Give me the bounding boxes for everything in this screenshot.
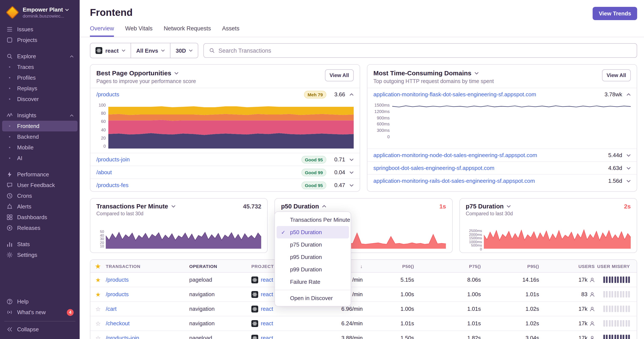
sidebar-item-profiles[interactable]: Profiles	[2, 72, 78, 83]
menu-item-p99[interactable]: p99 Duration	[277, 263, 349, 276]
menu-item-p75[interactable]: p75 Duration	[277, 238, 349, 251]
sidebar-item-issues[interactable]: Issues	[2, 24, 78, 35]
row-expand-chevron[interactable]	[350, 93, 354, 96]
sidebar-section-explore[interactable]: Explore	[2, 51, 78, 62]
domain-row[interactable]: application-monitoring-flask-dot-sales-e…	[368, 88, 637, 101]
domain-link[interactable]: springboot-dot-sales-engineering-sf.apps…	[374, 165, 494, 171]
page-link[interactable]: /products-fes	[96, 182, 128, 188]
env-selector[interactable]: All Envs	[131, 43, 171, 58]
p75-metric-selector[interactable]: p75 Duration	[466, 203, 511, 210]
page-row[interactable]: /products-fes Good 95 0.47	[90, 178, 360, 191]
page-link[interactable]: /about	[96, 169, 112, 175]
domain-time-line-chart[interactable]	[392, 103, 631, 139]
sidebar-item-performance[interactable]: Performance	[2, 169, 78, 180]
column-p95[interactable]: P95()	[481, 264, 539, 269]
project-link[interactable]: react	[261, 320, 273, 327]
project-link[interactable]: react	[261, 277, 273, 283]
sidebar-item-help[interactable]: Help	[2, 296, 78, 307]
domain-link[interactable]: application-monitoring-flask-dot-sales-e…	[374, 91, 536, 98]
table-row[interactable]: ★ /products pageload react /min 5.15s 8.…	[90, 273, 637, 287]
sidebar-item-mobile[interactable]: Mobile	[2, 142, 78, 153]
column-operation[interactable]: OPERATION	[189, 264, 251, 269]
domain-link[interactable]: application-monitoring-node-dot-sales-en…	[374, 152, 537, 158]
p75-area-chart[interactable]	[484, 229, 631, 249]
row-expand-chevron[interactable]	[350, 184, 354, 186]
menu-item-failure-rate[interactable]: Failure Rate	[277, 276, 349, 288]
domain-link[interactable]: application-monitoring-rails-dot-sales-e…	[374, 178, 535, 184]
sidebar-item-alerts[interactable]: Alerts	[2, 201, 78, 212]
star-toggle[interactable]: ☆	[95, 320, 100, 326]
transaction-link[interactable]: /checkout	[106, 320, 130, 327]
sidebar-item-ai[interactable]: AI	[2, 153, 78, 164]
domain-row[interactable]: application-monitoring-node-dot-sales-en…	[368, 149, 637, 161]
p50-metric-selector[interactable]: p50 Duration	[281, 203, 326, 210]
sidebar-item-frontend[interactable]: Frontend	[2, 121, 78, 131]
sidebar-item-settings[interactable]: Settings	[2, 250, 78, 260]
domains-view-all-button[interactable]: View All	[602, 69, 631, 81]
view-trends-button[interactable]: View Trends	[593, 7, 637, 20]
row-expand-chevron[interactable]	[626, 93, 631, 96]
table-row[interactable]: ☆ /cart navigation react 6.96/min 1.00s …	[90, 302, 637, 316]
table-row[interactable]: ☆ /products-join pageload react 3.88/min…	[90, 331, 637, 339]
menu-item-p95[interactable]: p95 Duration	[277, 251, 349, 263]
sidebar-item-discover[interactable]: Discover	[2, 94, 78, 104]
sidebar-item-traces[interactable]: Traces	[2, 62, 78, 72]
date-range-selector[interactable]: 30D	[171, 43, 198, 58]
transaction-link[interactable]: /products	[106, 277, 129, 283]
transaction-link[interactable]: /products-join	[106, 335, 139, 339]
column-users[interactable]: USERS	[539, 264, 595, 269]
domains-title-dropdown[interactable]: Most Time-Consuming Domains	[374, 69, 494, 77]
star-toggle[interactable]: ☆	[95, 335, 100, 339]
table-row[interactable]: ☆ /checkout navigation react 6.24/min 1.…	[90, 316, 637, 331]
tab-network-requests[interactable]: Network Requests	[164, 25, 211, 37]
domain-row[interactable]: springboot-dot-sales-engineering-sf.apps…	[368, 161, 637, 174]
row-expand-chevron[interactable]	[626, 154, 631, 156]
sidebar-item-projects[interactable]: Projects	[2, 35, 78, 45]
star-toggle[interactable]: ★	[95, 277, 100, 283]
star-toggle[interactable]: ☆	[95, 306, 100, 312]
sidebar-collapse-button[interactable]: Collapse	[2, 324, 78, 335]
domain-row[interactable]: application-monitoring-rails-dot-sales-e…	[368, 174, 637, 187]
sidebar-section-insights[interactable]: Insights	[2, 110, 78, 121]
sidebar-item-backend[interactable]: Backend	[2, 131, 78, 142]
column-p50[interactable]: P50()	[368, 264, 414, 269]
table-row[interactable]: ★ /products navigation react /min 1.00s …	[90, 287, 637, 302]
tab-web-vitals[interactable]: Web Vitals	[125, 25, 153, 37]
row-expand-chevron[interactable]	[626, 167, 631, 169]
project-link[interactable]: react	[261, 291, 273, 298]
star-toggle[interactable]: ★	[95, 291, 100, 297]
best-pages-view-all-button[interactable]: View All	[325, 69, 354, 81]
tpm-area-chart[interactable]	[106, 230, 262, 249]
sidebar-item-user-feedback[interactable]: User Feedback	[2, 180, 78, 190]
sidebar-item-stats[interactable]: Stats	[2, 239, 78, 250]
tab-assets[interactable]: Assets	[222, 25, 239, 37]
row-expand-chevron[interactable]	[626, 180, 631, 182]
sidebar-item-releases[interactable]: Releases	[2, 223, 78, 233]
transaction-link[interactable]: /products	[106, 291, 129, 298]
transaction-link[interactable]: /cart	[106, 306, 117, 312]
sidebar-item-crons[interactable]: Crons	[2, 190, 78, 201]
page-row[interactable]: /products-join Good 95 0.71	[90, 153, 360, 166]
page-link[interactable]: /products-join	[96, 156, 130, 163]
sidebar-item-whats-new[interactable]: What's new 4	[2, 307, 78, 318]
project-selector[interactable]: react	[90, 43, 131, 58]
row-expand-chevron[interactable]	[350, 171, 354, 174]
menu-item-p50[interactable]: ✓p50 Duration	[277, 226, 349, 238]
row-expand-chevron[interactable]	[350, 158, 354, 161]
sidebar-item-dashboards[interactable]: Dashboards	[2, 212, 78, 223]
page-score-stacked-chart[interactable]	[108, 103, 354, 149]
page-link[interactable]: /products	[96, 91, 119, 98]
page-row[interactable]: /about Good 99 0.04	[90, 166, 360, 178]
sidebar-item-replays[interactable]: Replays	[2, 83, 78, 94]
search-input[interactable]	[218, 47, 632, 54]
menu-item-open-in-discover[interactable]: Open in Discover	[277, 292, 349, 304]
project-link[interactable]: react	[261, 335, 273, 339]
menu-item-tpm[interactable]: Transactions Per Minute	[277, 214, 349, 226]
project-link[interactable]: react	[261, 306, 273, 312]
column-user-misery[interactable]: USER MISERY	[595, 264, 637, 269]
best-pages-title-dropdown[interactable]: Best Page Opportunities	[96, 69, 196, 77]
page-row[interactable]: /products Meh 79 3.66	[90, 88, 360, 101]
column-p75[interactable]: P75()	[414, 264, 481, 269]
tab-overview[interactable]: Overview	[90, 25, 114, 37]
column-transaction[interactable]: TRANSACTION	[106, 264, 189, 269]
